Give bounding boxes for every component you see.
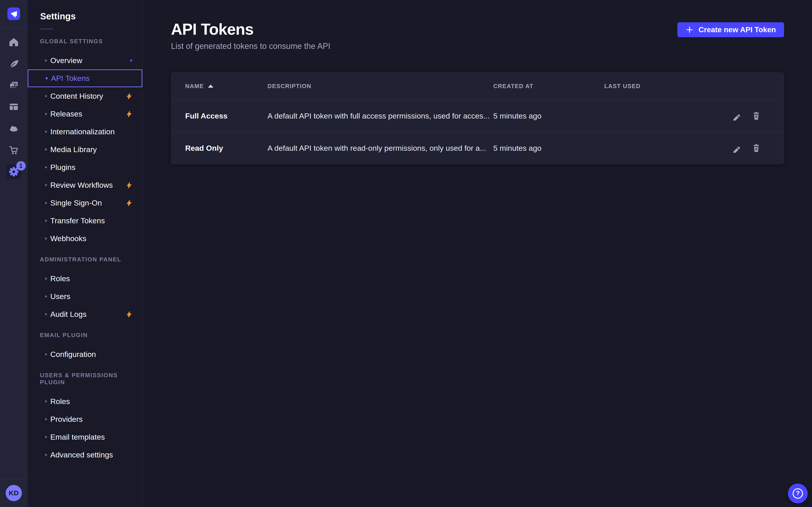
subnav-item-media-library[interactable]: Media Library — [28, 140, 142, 158]
edit-token-button[interactable] — [732, 143, 742, 153]
column-header-name[interactable]: NAME — [171, 83, 267, 90]
user-avatar[interactable]: KD — [6, 485, 22, 501]
subnav-item-email-templates[interactable]: Email templates — [28, 428, 142, 446]
subnav-item-label: Webhooks — [50, 234, 86, 243]
settings-active-background: 1 — [6, 164, 21, 179]
edit-token-button[interactable] — [732, 111, 742, 121]
rail-bottom-divider — [0, 480, 27, 480]
lightning-bolt-icon — [125, 311, 133, 318]
column-header-label: NAME — [185, 83, 204, 90]
content-type-builder-icon — [9, 58, 19, 69]
subnav-item-label: Content History — [50, 92, 103, 101]
bullet-icon — [45, 59, 47, 61]
subnav-item-label: Plugins — [50, 163, 75, 172]
cloud-icon — [8, 123, 19, 134]
create-button-label: Create new API Token — [699, 25, 776, 34]
bullet-icon — [45, 295, 47, 297]
strapi-logo-icon — [7, 7, 20, 20]
subnav-item-label: Review Workflows — [50, 181, 113, 189]
subnav-item-plugins[interactable]: Plugins — [28, 158, 142, 176]
subnav-item-label: Transfer Tokens — [50, 216, 105, 225]
rail-cloud-button[interactable] — [0, 118, 27, 139]
section-label: USERS & PERMISSIONS PLUGIN — [40, 372, 142, 386]
subnav-item-label: Overview — [50, 56, 82, 65]
subnav-item-overview[interactable]: Overview — [28, 52, 142, 69]
subnav-section-email-plugin: EMAIL PLUGIN Configuration — [28, 332, 142, 363]
table-header-row: NAME DESCRIPTION CREATED AT LAST USED — [171, 72, 784, 100]
subnav-item-api-tokens[interactable]: API Tokens — [28, 69, 142, 87]
section-label: GLOBAL SETTINGS — [40, 38, 142, 45]
bullet-icon — [45, 220, 47, 222]
rail-home-button[interactable] — [0, 31, 27, 53]
row-actions — [708, 111, 784, 121]
help-button[interactable]: ? — [788, 484, 808, 503]
settings-subnav: Settings GLOBAL SETTINGS Overview API To… — [28, 0, 143, 507]
subnav-item-admin-users[interactable]: Users — [28, 287, 142, 305]
bullet-icon — [45, 436, 47, 438]
rail-marketplace-button[interactable] — [0, 139, 27, 161]
subnav-item-email-configuration[interactable]: Configuration — [28, 345, 142, 363]
content-manager-icon — [9, 102, 19, 112]
strapi-logo[interactable] — [7, 7, 20, 20]
bullet-icon — [45, 454, 47, 456]
column-header-created-at: CREATED AT — [493, 83, 604, 90]
subnav-item-audit-logs[interactable]: Audit Logs — [28, 305, 142, 323]
bullet-icon — [45, 278, 47, 280]
api-tokens-table: NAME DESCRIPTION CREATED AT LAST USED Fu… — [171, 72, 784, 164]
section-label: EMAIL PLUGIN — [40, 332, 142, 339]
page-subtitle: List of generated tokens to consume the … — [171, 42, 330, 51]
subnav-item-webhooks[interactable]: Webhooks — [28, 230, 142, 247]
media-library-icon — [9, 80, 19, 90]
subnav-item-label: Internationalization — [50, 127, 114, 136]
lightning-bolt-icon — [125, 182, 133, 188]
subnav-item-transfer-tokens[interactable]: Transfer Tokens — [28, 212, 142, 230]
bullet-icon — [45, 400, 47, 402]
settings-notification-badge: 1 — [16, 161, 26, 171]
question-mark-icon: ? — [793, 488, 803, 499]
lightning-bolt-icon — [125, 93, 133, 100]
subnav-item-label: Configuration — [50, 350, 96, 359]
bullet-icon — [45, 166, 47, 168]
token-created-at-cell: 5 minutes ago — [493, 112, 604, 120]
bullet-icon — [45, 418, 47, 420]
rail-media-library-button[interactable] — [0, 74, 27, 96]
subnav-section-global-settings: GLOBAL SETTINGS Overview API Tokens Cont… — [28, 38, 142, 247]
bullet-icon — [45, 237, 47, 239]
table-row[interactable]: Full Access A default API token with ful… — [171, 100, 784, 132]
token-description-cell: A default API token with read-only permi… — [267, 144, 493, 153]
delete-token-button[interactable] — [751, 111, 761, 121]
subnav-section-users-permissions-plugin: USERS & PERMISSIONS PLUGIN Roles Provide… — [28, 372, 142, 464]
home-icon — [9, 37, 19, 47]
subnav-item-label: Single Sign-On — [50, 199, 102, 207]
subnav-item-content-history[interactable]: Content History — [28, 87, 142, 105]
plus-icon — [686, 26, 694, 34]
bullet-icon — [45, 95, 47, 97]
subnav-item-admin-roles[interactable]: Roles — [28, 270, 142, 287]
column-header-description: DESCRIPTION — [267, 83, 493, 90]
lightning-bolt-icon — [125, 111, 133, 117]
subnav-item-single-sign-on[interactable]: Single Sign-On — [28, 194, 142, 212]
rail-icon-list: 1 — [0, 31, 27, 182]
rail-content-manager-button[interactable] — [0, 96, 27, 118]
subnav-item-internationalization[interactable]: Internationalization — [28, 123, 142, 140]
rail-settings-button[interactable]: 1 — [0, 161, 27, 182]
subnav-item-providers[interactable]: Providers — [28, 410, 142, 428]
create-api-token-button[interactable]: Create new API Token — [677, 22, 784, 37]
sort-ascending-icon — [208, 84, 213, 88]
subnav-item-releases[interactable]: Releases — [28, 105, 142, 123]
subnav-item-label: Roles — [50, 274, 70, 283]
trash-icon — [752, 111, 761, 121]
subnav-item-label: Audit Logs — [50, 310, 87, 319]
icon-rail: 1 KD — [0, 0, 28, 507]
subnav-item-up-roles[interactable]: Roles — [28, 393, 142, 410]
rail-content-type-builder-button[interactable] — [0, 53, 27, 74]
subnav-item-review-workflows[interactable]: Review Workflows — [28, 176, 142, 194]
column-header-last-used: LAST USED — [604, 83, 708, 90]
table-row[interactable]: Read Only A default API token with read-… — [171, 132, 784, 164]
subnav-item-label: Users — [50, 292, 70, 301]
bullet-icon — [45, 113, 47, 115]
subnav-item-advanced-settings[interactable]: Advanced settings — [28, 446, 142, 464]
page-title: API Tokens — [171, 20, 254, 38]
subnav-item-label: Releases — [50, 110, 82, 118]
delete-token-button[interactable] — [751, 143, 761, 153]
